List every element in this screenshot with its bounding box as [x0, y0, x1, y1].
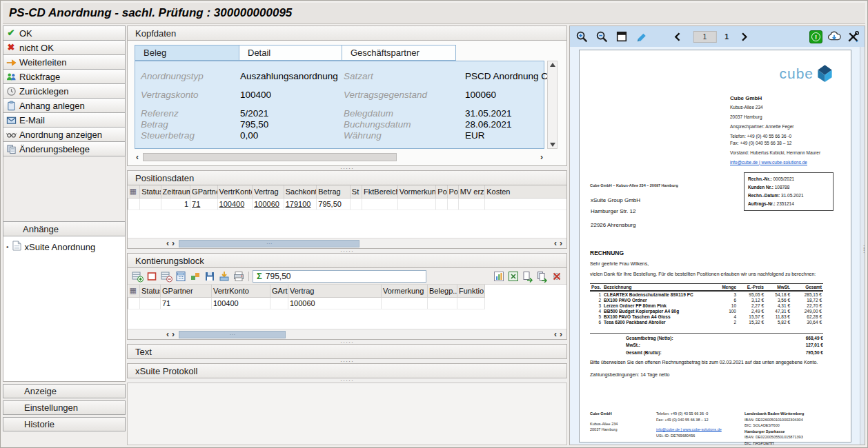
scrollbar-thumb[interactable]: ⋯ [179, 240, 359, 247]
rueckfrage-button[interactable]: Rückfrage [3, 69, 126, 84]
scroll-right-icon[interactable]: › [539, 153, 544, 161]
tab-detail[interactable]: Detail [239, 45, 342, 61]
row-selector[interactable] [128, 297, 140, 309]
print-button[interactable] [233, 270, 245, 283]
scroll-left-icon[interactable]: ‹ [553, 239, 558, 247]
column-header[interactable]: Status [140, 185, 161, 198]
column-header[interactable]: Pos [447, 185, 458, 198]
scroll-left-icon[interactable]: ‹ [165, 330, 170, 338]
next-page-button[interactable] [737, 30, 751, 43]
scrollbar-thumb[interactable] [143, 153, 397, 161]
anzeige-button[interactable]: Anzeige [3, 384, 126, 398]
anordnung-anzeigen-button[interactable]: Anordnung anzeigen [3, 127, 126, 142]
footer-links[interactable]: info@cube.de | www.cube-solutions.de [656, 427, 744, 433]
row-selector[interactable] [128, 198, 140, 210]
reject-button[interactable] [551, 270, 563, 283]
ok-button[interactable]: ✔ OK [3, 26, 126, 41]
export-button[interactable] [536, 270, 549, 283]
column-header[interactable]: Pos [436, 185, 447, 198]
zoom-out-button[interactable] [595, 30, 609, 43]
copy-button[interactable] [522, 270, 534, 283]
column-header[interactable]: FktBereich [362, 185, 398, 198]
column-header[interactable]: GArt [270, 285, 288, 297]
excel-export-button[interactable] [507, 270, 520, 283]
kopfdaten-horizontal-scrollbar[interactable]: ‹ › [135, 152, 544, 162]
column-header[interactable]: VertrKonto [217, 185, 253, 198]
pdf-vertical-scrollbar[interactable]: ⋮⋮ [860, 47, 865, 445]
cloud-download-button[interactable] [827, 30, 841, 43]
text-section-header[interactable]: Text [127, 344, 567, 359]
column-header[interactable]: Kosten [485, 185, 567, 198]
vertrag-link[interactable]: 100060 [254, 200, 279, 208]
scrollbar-thumb[interactable]: ⋯ [179, 331, 286, 338]
einstellungen-button[interactable]: Einstellungen [3, 400, 126, 415]
column-header[interactable]: Status [140, 285, 161, 297]
positionsdaten-horizontal-scrollbar[interactable]: ‹ › ⋯ ‹ › [128, 238, 566, 248]
attachment-item[interactable]: • xSuite Anordnung [6, 241, 122, 253]
bottom-empty-panel [127, 383, 567, 445]
save-button[interactable] [204, 270, 216, 283]
column-header[interactable]: Betrag [317, 185, 351, 198]
zuruecklegen-button[interactable]: Zurücklegen [3, 83, 126, 99]
scroll-right-icon[interactable]: › [558, 330, 564, 338]
calculator-button[interactable] [175, 270, 187, 283]
fit-page-button[interactable] [615, 30, 629, 43]
table-config-icon[interactable]: ▦ [128, 285, 140, 297]
column-header[interactable]: GPartner [161, 285, 212, 297]
highlighter-icon[interactable] [635, 30, 649, 43]
scroll-right-icon[interactable]: › [170, 330, 176, 338]
aenderungsbelege-button[interactable]: Änderungsbelege [3, 141, 126, 156]
attachments-header[interactable]: Anhänge [3, 221, 126, 236]
prev-page-button[interactable] [671, 30, 684, 43]
column-header[interactable]: MV erz. [458, 185, 484, 198]
scrollbar-grip[interactable]: ⋮⋮ [861, 247, 865, 252]
add-row-button[interactable] [131, 270, 144, 283]
scroll-down-icon[interactable] [550, 143, 555, 147]
column-header[interactable]: Vertrag [253, 185, 284, 198]
table-row[interactable]: 71 100400 100060 [128, 297, 485, 309]
tools-button[interactable] [846, 30, 860, 43]
zoom-in-button[interactable] [575, 30, 589, 43]
column-header[interactable]: Zeitraum [161, 185, 190, 198]
kontierungsblock-horizontal-scrollbar[interactable]: ‹ › ⋯ ‹ › [128, 329, 566, 339]
company-links[interactable]: info@cube.de | www.cube-solutions.de [730, 159, 839, 165]
anhang-anlegen-button[interactable]: Anhang anlegen [3, 98, 126, 113]
scroll-right-icon[interactable]: › [170, 239, 176, 247]
email-button[interactable]: E-Mail [3, 112, 126, 128]
scroll-left-icon[interactable]: ‹ [135, 153, 140, 161]
column-header[interactable]: VertrKonto [212, 285, 270, 297]
scroll-left-icon[interactable]: ‹ [165, 239, 170, 247]
column-header[interactable]: St [350, 185, 362, 198]
vertrkonto-link[interactable]: 100400 [219, 200, 245, 208]
protokoll-section-header[interactable]: xSuite Protokoll [127, 363, 567, 378]
delete-row-button[interactable] [146, 270, 158, 283]
table-config-icon[interactable]: ▦ [128, 185, 140, 198]
tab-geschaeftspartner[interactable]: Geschäftspartner [342, 45, 456, 61]
table-row[interactable]: 1 71 100400 100060 179100 795,50 [128, 198, 568, 210]
weiterleiten-button[interactable]: Weiterleiten [3, 54, 126, 70]
column-header[interactable]: Belegp... [428, 285, 457, 297]
import-button[interactable] [218, 270, 230, 283]
status-ok-icon[interactable]: ! [809, 30, 822, 43]
column-header[interactable]: Vormerkung [397, 185, 436, 198]
column-header[interactable]: Vormerkung [382, 285, 428, 297]
nicht-ok-button[interactable]: ✖ nicht OK [3, 40, 126, 55]
remove-row-button[interactable] [160, 270, 172, 283]
check-entries-button[interactable] [189, 270, 201, 283]
page-number-input[interactable] [693, 31, 716, 43]
tab-beleg[interactable]: Beleg [135, 45, 239, 61]
chart-view-button[interactable] [493, 270, 505, 283]
column-header[interactable]: Sachkonto [284, 185, 317, 198]
pdf-viewer-area[interactable]: cube Cube GmbH Kubus-Allee 234 20037 Ham… [570, 47, 860, 445]
scroll-left-icon[interactable]: ‹ [553, 330, 558, 338]
column-header[interactable]: GPartner [190, 185, 217, 198]
scroll-up-icon[interactable] [550, 63, 555, 67]
column-header[interactable]: Vertrag [288, 285, 382, 297]
historie-button[interactable]: Historie [3, 417, 126, 431]
column-header[interactable]: Funktio... [457, 285, 485, 297]
sachkonto-link[interactable]: 179100 [286, 200, 311, 208]
scroll-right-icon[interactable]: › [558, 239, 564, 247]
kopfdaten-vertical-scrollbar[interactable] [547, 61, 558, 149]
gpartner-link[interactable]: 71 [192, 200, 200, 208]
pdf-page: cube Cube GmbH Kubus-Allee 234 20037 Ham… [579, 50, 851, 442]
